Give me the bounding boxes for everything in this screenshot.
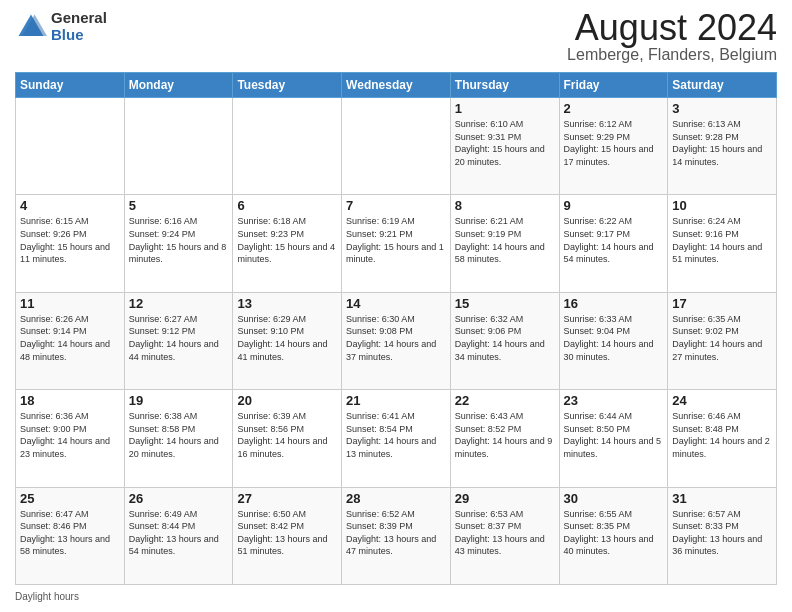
calendar-cell: 19Sunrise: 6:38 AM Sunset: 8:58 PM Dayli… <box>124 390 233 487</box>
calendar-cell: 27Sunrise: 6:50 AM Sunset: 8:42 PM Dayli… <box>233 487 342 584</box>
calendar-cell: 3Sunrise: 6:13 AM Sunset: 9:28 PM Daylig… <box>668 98 777 195</box>
calendar-cell: 26Sunrise: 6:49 AM Sunset: 8:44 PM Dayli… <box>124 487 233 584</box>
col-header-tuesday: Tuesday <box>233 73 342 98</box>
calendar-cell: 18Sunrise: 6:36 AM Sunset: 9:00 PM Dayli… <box>16 390 125 487</box>
calendar-cell: 23Sunrise: 6:44 AM Sunset: 8:50 PM Dayli… <box>559 390 668 487</box>
day-number: 10 <box>672 198 772 213</box>
day-number: 29 <box>455 491 555 506</box>
day-number: 14 <box>346 296 446 311</box>
day-number: 30 <box>564 491 664 506</box>
day-info: Sunrise: 6:22 AM Sunset: 9:17 PM Dayligh… <box>564 215 664 265</box>
day-number: 11 <box>20 296 120 311</box>
day-number: 2 <box>564 101 664 116</box>
day-info: Sunrise: 6:50 AM Sunset: 8:42 PM Dayligh… <box>237 508 337 558</box>
day-info: Sunrise: 6:30 AM Sunset: 9:08 PM Dayligh… <box>346 313 446 363</box>
day-info: Sunrise: 6:39 AM Sunset: 8:56 PM Dayligh… <box>237 410 337 460</box>
footer: Daylight hours <box>15 591 777 602</box>
day-number: 13 <box>237 296 337 311</box>
day-number: 17 <box>672 296 772 311</box>
day-number: 9 <box>564 198 664 213</box>
day-number: 5 <box>129 198 229 213</box>
logo-icon <box>15 11 47 43</box>
calendar-cell <box>342 98 451 195</box>
calendar-cell: 21Sunrise: 6:41 AM Sunset: 8:54 PM Dayli… <box>342 390 451 487</box>
day-number: 31 <box>672 491 772 506</box>
day-number: 6 <box>237 198 337 213</box>
day-info: Sunrise: 6:24 AM Sunset: 9:16 PM Dayligh… <box>672 215 772 265</box>
col-header-monday: Monday <box>124 73 233 98</box>
day-number: 23 <box>564 393 664 408</box>
calendar-cell: 4Sunrise: 6:15 AM Sunset: 9:26 PM Daylig… <box>16 195 125 292</box>
day-info: Sunrise: 6:33 AM Sunset: 9:04 PM Dayligh… <box>564 313 664 363</box>
day-info: Sunrise: 6:53 AM Sunset: 8:37 PM Dayligh… <box>455 508 555 558</box>
calendar-week-2: 4Sunrise: 6:15 AM Sunset: 9:26 PM Daylig… <box>16 195 777 292</box>
day-number: 4 <box>20 198 120 213</box>
location-subtitle: Lemberge, Flanders, Belgium <box>567 46 777 64</box>
day-number: 28 <box>346 491 446 506</box>
logo-general-text: General <box>51 10 107 27</box>
day-info: Sunrise: 6:38 AM Sunset: 8:58 PM Dayligh… <box>129 410 229 460</box>
day-info: Sunrise: 6:12 AM Sunset: 9:29 PM Dayligh… <box>564 118 664 168</box>
calendar-cell: 12Sunrise: 6:27 AM Sunset: 9:12 PM Dayli… <box>124 292 233 389</box>
calendar-cell: 11Sunrise: 6:26 AM Sunset: 9:14 PM Dayli… <box>16 292 125 389</box>
day-number: 3 <box>672 101 772 116</box>
logo-blue-text: Blue <box>51 27 107 44</box>
col-header-sunday: Sunday <box>16 73 125 98</box>
calendar-cell: 2Sunrise: 6:12 AM Sunset: 9:29 PM Daylig… <box>559 98 668 195</box>
day-number: 21 <box>346 393 446 408</box>
calendar-cell: 1Sunrise: 6:10 AM Sunset: 9:31 PM Daylig… <box>450 98 559 195</box>
day-info: Sunrise: 6:19 AM Sunset: 9:21 PM Dayligh… <box>346 215 446 265</box>
day-number: 8 <box>455 198 555 213</box>
calendar-cell <box>16 98 125 195</box>
day-info: Sunrise: 6:41 AM Sunset: 8:54 PM Dayligh… <box>346 410 446 460</box>
logo-text: General Blue <box>51 10 107 43</box>
day-info: Sunrise: 6:46 AM Sunset: 8:48 PM Dayligh… <box>672 410 772 460</box>
calendar-cell <box>233 98 342 195</box>
calendar-cell <box>124 98 233 195</box>
col-header-wednesday: Wednesday <box>342 73 451 98</box>
calendar-cell: 14Sunrise: 6:30 AM Sunset: 9:08 PM Dayli… <box>342 292 451 389</box>
day-number: 24 <box>672 393 772 408</box>
day-info: Sunrise: 6:52 AM Sunset: 8:39 PM Dayligh… <box>346 508 446 558</box>
day-info: Sunrise: 6:32 AM Sunset: 9:06 PM Dayligh… <box>455 313 555 363</box>
calendar-week-1: 1Sunrise: 6:10 AM Sunset: 9:31 PM Daylig… <box>16 98 777 195</box>
day-info: Sunrise: 6:29 AM Sunset: 9:10 PM Dayligh… <box>237 313 337 363</box>
calendar-week-4: 18Sunrise: 6:36 AM Sunset: 9:00 PM Dayli… <box>16 390 777 487</box>
day-info: Sunrise: 6:15 AM Sunset: 9:26 PM Dayligh… <box>20 215 120 265</box>
day-info: Sunrise: 6:18 AM Sunset: 9:23 PM Dayligh… <box>237 215 337 265</box>
day-number: 1 <box>455 101 555 116</box>
col-header-saturday: Saturday <box>668 73 777 98</box>
calendar-cell: 28Sunrise: 6:52 AM Sunset: 8:39 PM Dayli… <box>342 487 451 584</box>
day-info: Sunrise: 6:13 AM Sunset: 9:28 PM Dayligh… <box>672 118 772 168</box>
calendar-cell: 29Sunrise: 6:53 AM Sunset: 8:37 PM Dayli… <box>450 487 559 584</box>
calendar-header-row: SundayMondayTuesdayWednesdayThursdayFrid… <box>16 73 777 98</box>
title-block: August 2024 Lemberge, Flanders, Belgium <box>567 10 777 64</box>
calendar-cell: 16Sunrise: 6:33 AM Sunset: 9:04 PM Dayli… <box>559 292 668 389</box>
calendar-cell: 10Sunrise: 6:24 AM Sunset: 9:16 PM Dayli… <box>668 195 777 292</box>
day-info: Sunrise: 6:44 AM Sunset: 8:50 PM Dayligh… <box>564 410 664 460</box>
day-number: 22 <box>455 393 555 408</box>
calendar-cell: 6Sunrise: 6:18 AM Sunset: 9:23 PM Daylig… <box>233 195 342 292</box>
calendar-cell: 13Sunrise: 6:29 AM Sunset: 9:10 PM Dayli… <box>233 292 342 389</box>
day-info: Sunrise: 6:57 AM Sunset: 8:33 PM Dayligh… <box>672 508 772 558</box>
day-info: Sunrise: 6:26 AM Sunset: 9:14 PM Dayligh… <box>20 313 120 363</box>
day-number: 16 <box>564 296 664 311</box>
day-info: Sunrise: 6:21 AM Sunset: 9:19 PM Dayligh… <box>455 215 555 265</box>
calendar-cell: 24Sunrise: 6:46 AM Sunset: 8:48 PM Dayli… <box>668 390 777 487</box>
day-number: 26 <box>129 491 229 506</box>
day-info: Sunrise: 6:36 AM Sunset: 9:00 PM Dayligh… <box>20 410 120 460</box>
day-info: Sunrise: 6:27 AM Sunset: 9:12 PM Dayligh… <box>129 313 229 363</box>
calendar-table: SundayMondayTuesdayWednesdayThursdayFrid… <box>15 72 777 585</box>
calendar-cell: 15Sunrise: 6:32 AM Sunset: 9:06 PM Dayli… <box>450 292 559 389</box>
day-number: 12 <box>129 296 229 311</box>
calendar-cell: 17Sunrise: 6:35 AM Sunset: 9:02 PM Dayli… <box>668 292 777 389</box>
day-info: Sunrise: 6:16 AM Sunset: 9:24 PM Dayligh… <box>129 215 229 265</box>
calendar-cell: 31Sunrise: 6:57 AM Sunset: 8:33 PM Dayli… <box>668 487 777 584</box>
calendar-week-5: 25Sunrise: 6:47 AM Sunset: 8:46 PM Dayli… <box>16 487 777 584</box>
day-info: Sunrise: 6:10 AM Sunset: 9:31 PM Dayligh… <box>455 118 555 168</box>
day-number: 7 <box>346 198 446 213</box>
day-info: Sunrise: 6:55 AM Sunset: 8:35 PM Dayligh… <box>564 508 664 558</box>
day-number: 27 <box>237 491 337 506</box>
day-info: Sunrise: 6:43 AM Sunset: 8:52 PM Dayligh… <box>455 410 555 460</box>
calendar-cell: 22Sunrise: 6:43 AM Sunset: 8:52 PM Dayli… <box>450 390 559 487</box>
